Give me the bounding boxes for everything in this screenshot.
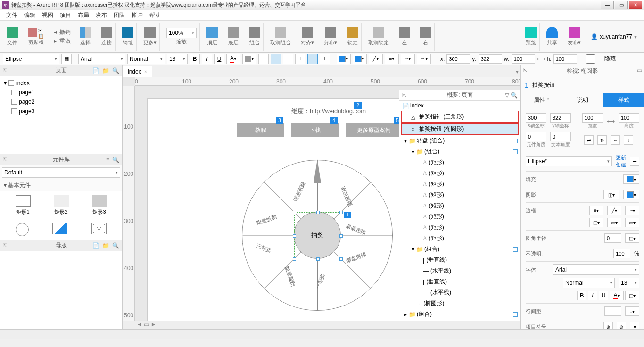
zoom-select[interactable]: 100% xyxy=(166,28,197,38)
inner-shadow[interactable]: ▾ xyxy=(623,190,639,199)
tool-lock[interactable]: 锁定 xyxy=(344,23,362,51)
menu-edit[interactable]: 编辑 xyxy=(21,11,39,19)
tool-file[interactable]: 文件 xyxy=(4,23,21,51)
tool-pen[interactable]: 钢笔 xyxy=(119,23,137,51)
radius-corners[interactable]: ◰▾ xyxy=(625,233,639,243)
close-tab-icon[interactable]: × xyxy=(144,69,147,74)
ot-grp1[interactable]: ▾📁(组合) xyxy=(399,146,520,157)
minimize-button[interactable]: — xyxy=(601,1,614,9)
valign-top[interactable]: ⊤ xyxy=(295,54,305,64)
prop-textangle[interactable] xyxy=(550,132,571,141)
canvas-btn-more[interactable]: 更多原型案例 xyxy=(346,123,402,137)
tool-right[interactable]: 右 xyxy=(417,23,435,51)
ot-pointer[interactable]: △抽奖指针 (三角形) xyxy=(401,111,519,123)
line-color[interactable]: ╱▾ xyxy=(369,54,383,64)
widget-rect3[interactable]: 矩形3 xyxy=(92,195,107,215)
underline-button[interactable]: U xyxy=(214,54,224,64)
style-opts-icon[interactable]: ☰ xyxy=(630,157,639,166)
prop-w[interactable] xyxy=(582,113,603,123)
widget-ellipse[interactable] xyxy=(16,223,29,236)
lineheight-input[interactable] xyxy=(604,306,621,316)
align-left[interactable]: ≡ xyxy=(258,54,269,64)
x-input[interactable] xyxy=(446,54,470,64)
align-right[interactable]: ≡ xyxy=(283,54,293,64)
bold-button[interactable]: B xyxy=(190,54,200,64)
valign-bot[interactable]: ⊥ xyxy=(320,54,330,64)
r-bold[interactable]: B xyxy=(577,291,586,300)
tool-preview[interactable]: 预览 xyxy=(522,23,540,51)
menu-layout[interactable]: 布局 xyxy=(74,11,92,19)
menu-view[interactable]: 视图 xyxy=(39,11,57,19)
border-color[interactable]: ╱▾ xyxy=(607,206,621,215)
align-center[interactable]: ≡ xyxy=(271,54,281,64)
widget-lib-select[interactable]: Default xyxy=(2,167,120,178)
tool-connect[interactable]: 连接 xyxy=(98,23,116,51)
italic-button[interactable]: I xyxy=(202,54,212,64)
ot-root[interactable]: 📄index xyxy=(399,101,520,110)
line-width[interactable]: ≡▾ xyxy=(385,54,399,64)
widget-placeholder[interactable] xyxy=(91,223,107,236)
opacity-input[interactable] xyxy=(613,249,630,258)
border-style[interactable]: ┈▾ xyxy=(625,206,639,215)
right-pin-icon[interactable]: ⇱ xyxy=(523,67,528,74)
menu-publish[interactable]: 发布 xyxy=(92,11,110,19)
add-folder-icon[interactable]: 📁 xyxy=(102,67,109,74)
wheel-group[interactable]: 谢谢惠顾 谢谢惠顾 谢谢惠顾 一等奖 限量版剃 三等奖 限量版剃 谢谢惠顾 抽奖… xyxy=(242,160,393,311)
valign-mid[interactable]: ≡ xyxy=(307,54,318,64)
close-button[interactable]: ✕ xyxy=(629,1,642,9)
tab-menu-icon[interactable]: ▾ xyxy=(514,66,520,77)
prop-h[interactable] xyxy=(619,113,639,123)
tool-align[interactable]: 对齐▾ xyxy=(298,23,317,51)
tab-attributes[interactable]: 属性 * xyxy=(521,93,562,107)
arrow-style[interactable]: ↔▾ xyxy=(417,54,431,64)
tool-distribute[interactable]: 分布▾ xyxy=(321,23,340,51)
menu-project[interactable]: 项目 xyxy=(57,11,74,19)
menu-team[interactable]: 团队 xyxy=(110,11,128,19)
tool-more[interactable]: 更多▾ xyxy=(140,23,160,51)
widget-rect2[interactable]: 矩形2 xyxy=(54,195,69,215)
y-input[interactable] xyxy=(479,54,502,64)
menu-account[interactable]: 帐户 xyxy=(128,11,146,19)
h-input[interactable] xyxy=(553,54,577,64)
r-fontbg[interactable]: ◫▾ xyxy=(625,291,639,300)
tab-notes[interactable]: 说明 xyxy=(562,93,603,107)
add-page-icon[interactable]: 📄 xyxy=(92,67,99,74)
line-style[interactable]: ┈▾ xyxy=(401,54,415,64)
canvas-btn-download[interactable]: 下载 xyxy=(291,123,339,137)
maximize-button[interactable]: ▭ xyxy=(615,1,628,9)
outline-pin-icon[interactable]: ⇱ xyxy=(402,92,407,99)
shape-style-select[interactable]: Ellipse* xyxy=(526,156,612,166)
tool-publish[interactable]: 发布▾ xyxy=(565,23,584,51)
w-input[interactable] xyxy=(512,54,535,64)
search-icon[interactable]: 🔍 xyxy=(112,67,119,74)
weight-select[interactable]: Normal xyxy=(127,54,165,64)
prop-y[interactable] xyxy=(550,113,571,123)
ot-grp3[interactable]: ▸📁(组合) xyxy=(399,309,520,320)
ot-button[interactable]: ○抽奖按钮 (椭圆形) xyxy=(401,123,519,135)
fit-w-icon[interactable]: ↔ xyxy=(611,135,620,145)
menu-help[interactable]: 帮助 xyxy=(146,11,164,19)
tool-ungroup[interactable]: 取消组合 xyxy=(267,23,294,51)
tool-group[interactable]: 组合 xyxy=(246,23,264,51)
canvas-btn-tutorial[interactable]: 教程 xyxy=(237,123,284,137)
flip-v-icon[interactable]: ⇅ xyxy=(597,135,607,145)
create-link[interactable]: 创建 xyxy=(616,162,626,167)
tree-page3[interactable]: page3 xyxy=(0,107,122,116)
size-select[interactable]: 13 xyxy=(167,54,188,64)
tree-root[interactable]: ▾index xyxy=(0,78,122,88)
prop-x[interactable] xyxy=(526,113,546,123)
fill-color2[interactable]: ▾ xyxy=(353,54,367,64)
font-family-select[interactable]: Arial xyxy=(553,264,639,275)
tool-front[interactable]: 顶层 xyxy=(204,23,221,51)
canvas-tab[interactable]: index× xyxy=(123,66,152,77)
prop-angle[interactable] xyxy=(526,132,546,141)
tree-page1[interactable]: page1 xyxy=(0,88,122,97)
r-fontcolor[interactable]: A▾ xyxy=(610,291,624,300)
pin-icon[interactable]: ⇱ xyxy=(3,68,7,73)
widget-rect1[interactable]: 矩形1 xyxy=(16,195,31,215)
widget-image[interactable] xyxy=(52,223,67,236)
font-select[interactable]: Arial xyxy=(78,54,125,64)
update-link[interactable]: 更新 xyxy=(616,155,626,160)
font-weight-select[interactable]: Normal xyxy=(563,278,615,288)
font-color[interactable]: A▾ xyxy=(226,54,240,64)
